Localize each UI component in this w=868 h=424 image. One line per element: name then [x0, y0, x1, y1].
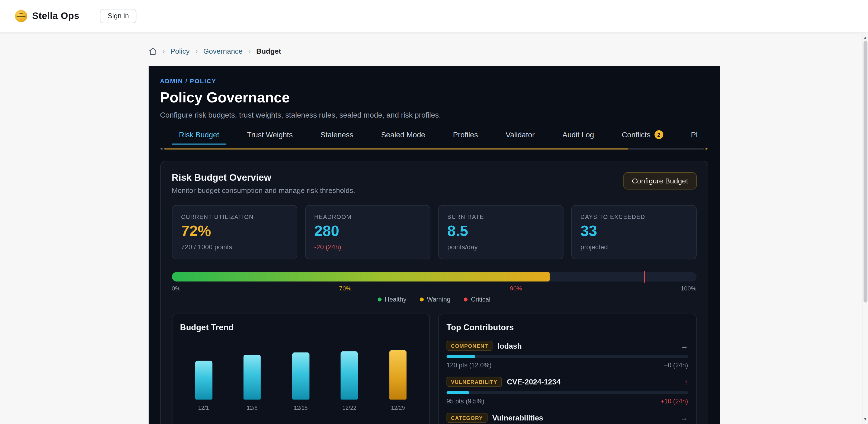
contributor-delta: +0 (24h) [664, 362, 688, 369]
tab-validator[interactable]: Validator [498, 127, 542, 144]
contributor-points: 95 pts (9.5%) [446, 398, 485, 405]
page-subtitle: Configure risk budgets, trust weights, s… [160, 111, 708, 119]
tab-label: Staleness [320, 131, 353, 139]
trend-x-label: 12/15 [294, 404, 308, 411]
stat-label: HEADROOM [314, 213, 421, 220]
budget-trend-chart: 12/1 12/8 12/15 12/22 [180, 350, 422, 411]
tab-sealed-mode[interactable]: Sealed Mode [374, 127, 433, 144]
stat-burn-rate: BURN RATE 8.5 points/day [438, 205, 563, 259]
tab-profiles[interactable]: Profiles [446, 127, 485, 144]
stat-label: CURRENT UTILIZATION [181, 213, 288, 220]
tab-scroll-right-icon[interactable]: ▸ [706, 146, 708, 151]
policy-governance-panel: ADMIN / POLICY Policy Governance Configu… [148, 66, 720, 424]
legend-label: Healthy [385, 296, 406, 303]
tab-scroll-track[interactable] [164, 148, 704, 150]
tab-staleness[interactable]: Staleness [313, 127, 361, 144]
top-contributors-title: Top Contributors [446, 322, 688, 332]
tick-100: 100% [681, 285, 696, 292]
tick-0: 0% [172, 285, 181, 292]
trend-bar [292, 353, 309, 400]
contributor-item-cve[interactable]: VULNERABILITY CVE-2024-1234 ↑ 95 pts (9.… [446, 377, 688, 404]
overview-subtitle: Monitor budget consumption and manage ri… [172, 186, 355, 195]
scrollbar-up-icon[interactable]: ▲ [863, 35, 867, 39]
contributor-points: 120 pts (12.0%) [446, 362, 492, 369]
budget-trend-card: Budget Trend 12/1 12/8 12/15 [172, 314, 430, 424]
trend-column: 12/8 [244, 355, 260, 411]
contributor-bar-fill [446, 391, 470, 394]
legend-warning: Warning [420, 296, 451, 303]
tab-audit-log[interactable]: Audit Log [555, 127, 601, 144]
trend-x-label: 12/1 [198, 404, 209, 411]
overview-header-text: Risk Budget Overview Monitor budget cons… [172, 172, 355, 195]
tab-scroll-left-icon[interactable]: ◂ [160, 146, 162, 151]
breadcrumb-budget-current: Budget [256, 47, 281, 55]
breadcrumb-policy[interactable]: Policy [170, 47, 190, 55]
sign-in-button[interactable]: Sign in [100, 9, 136, 23]
budget-bar-ticks: 0% 70% 90% 100% [172, 285, 696, 292]
breadcrumb-separator: › [195, 46, 198, 56]
contributor-stats: 95 pts (9.5%) +10 (24h) [446, 398, 688, 405]
tab-label: Profiles [453, 131, 478, 139]
overview-sub-cards: Budget Trend 12/1 12/8 12/15 [172, 314, 696, 424]
stat-cards: CURRENT UTILIZATION 72% 720 / 1000 point… [172, 205, 696, 259]
breadcrumb: › Policy › Governance › Budget [148, 46, 720, 56]
healthy-dot-icon [377, 297, 381, 301]
overview-title: Risk Budget Overview [172, 172, 355, 184]
stat-sub: -20 (24h) [314, 243, 421, 251]
legend-critical: Critical [464, 296, 490, 303]
trend-flat-icon: → [681, 341, 688, 350]
breadcrumb-governance[interactable]: Governance [204, 47, 243, 55]
trend-column: 12/15 [292, 353, 309, 411]
section-eyebrow: ADMIN / POLICY [160, 77, 708, 84]
tab-trust-weights[interactable]: Trust Weights [240, 127, 300, 144]
top-contributors-card: Top Contributors COMPONENT lodash → [438, 314, 696, 424]
contributor-bar-fill [446, 355, 476, 358]
legend-label: Critical [471, 296, 491, 303]
scrollbar-down-icon[interactable]: ▼ [863, 418, 867, 421]
tab-truncated[interactable]: Pl [684, 127, 705, 144]
breadcrumb-separator: › [248, 46, 251, 56]
budget-utilization-bar [172, 272, 696, 282]
screen: Stella Ops Sign in › Policy › Governance… [0, 0, 868, 424]
stat-days-to-exceeded: DAYS TO EXCEEDED 33 projected [571, 205, 696, 259]
stat-sub: 720 / 1000 points [181, 243, 288, 251]
contributor-type-badge: COMPONENT [446, 341, 493, 351]
contributors-list: COMPONENT lodash → 120 pts (12.0%) +0 (2… [446, 341, 688, 424]
scrollbar-thumb[interactable] [863, 41, 867, 302]
trend-column: 12/1 [195, 361, 212, 411]
top-bar: Stella Ops Sign in [0, 0, 868, 33]
tick-70: 70% [339, 285, 351, 292]
configure-budget-button[interactable]: Configure Budget [624, 172, 696, 189]
critical-threshold-marker [644, 271, 645, 283]
contributor-bar [446, 391, 688, 394]
contributor-header: VULNERABILITY CVE-2024-1234 ↑ [446, 377, 688, 387]
contributor-delta: +10 (24h) [660, 398, 688, 405]
tab-label: Conflicts [622, 131, 651, 139]
tab-conflicts[interactable]: Conflicts 2 [615, 127, 670, 144]
stat-value: 280 [314, 223, 421, 240]
breadcrumb-separator: › [162, 46, 165, 56]
trend-bar [244, 355, 260, 400]
trend-x-label: 12/29 [391, 404, 405, 411]
trend-bar [390, 350, 406, 400]
conflicts-count-badge: 2 [654, 130, 663, 139]
trend-bar [341, 351, 358, 400]
contributor-type-badge: VULNERABILITY [446, 377, 502, 387]
tab-scroll-thumb[interactable] [164, 148, 628, 150]
trend-flat-icon: → [681, 414, 688, 422]
contributor-item-lodash[interactable]: COMPONENT lodash → 120 pts (12.0%) +0 (2… [446, 341, 688, 368]
tab-risk-budget[interactable]: Risk Budget [172, 127, 226, 144]
warning-dot-icon [420, 297, 424, 301]
trend-column: 12/29 [390, 350, 406, 411]
contributor-name: CVE-2024-1234 [507, 378, 560, 386]
stat-sub: projected [580, 243, 687, 251]
contributor-header: CATEGORY Vulnerabilities → [446, 413, 688, 423]
contributor-item-vulnerabilities[interactable]: CATEGORY Vulnerabilities → [446, 413, 688, 424]
home-icon[interactable] [148, 47, 157, 55]
tab-label: Trust Weights [247, 131, 293, 139]
tab-label: Audit Log [562, 131, 594, 139]
brand-name: Stella Ops [32, 10, 80, 22]
stat-value: 33 [580, 223, 687, 240]
contributor-stats: 120 pts (12.0%) +0 (24h) [446, 362, 688, 369]
tab-label: Risk Budget [179, 131, 219, 139]
